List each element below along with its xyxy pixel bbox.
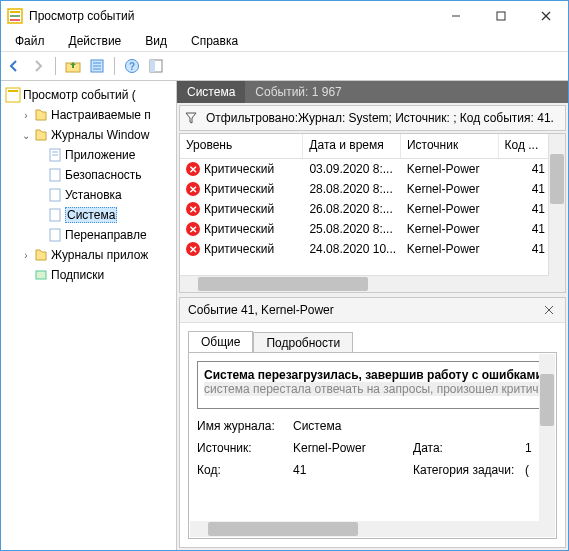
label-task: Категория задачи: [413, 463, 525, 477]
tree-forwarded[interactable]: Перенаправле [5, 225, 176, 245]
tab-details[interactable]: Подробности [253, 332, 353, 353]
menu-file[interactable]: Файл [5, 32, 55, 50]
error-icon: ✕ [186, 182, 200, 196]
forward-icon[interactable] [29, 57, 47, 75]
tree-windows-logs[interactable]: ⌄Журналы Window [5, 125, 176, 145]
event-count: Событий: 1 967 [245, 85, 351, 99]
svg-rect-2 [10, 15, 20, 17]
tree-app-logs[interactable]: ›Журналы прилож [5, 245, 176, 265]
app-icon [7, 8, 23, 24]
svg-rect-26 [36, 271, 46, 279]
maximize-button[interactable] [478, 1, 523, 31]
filter-bar: Отфильтровано:Журнал: System; Источник: … [179, 105, 566, 131]
label-source: Источник: [197, 441, 293, 455]
col-level[interactable]: Уровень [180, 134, 303, 158]
tree-system[interactable]: Система [5, 205, 176, 225]
tree-root[interactable]: Просмотр событий ( [5, 85, 176, 105]
panel-icon[interactable] [147, 57, 165, 75]
window-title: Просмотр событий [29, 9, 433, 23]
table-row[interactable]: ✕Критический03.09.2020 8:...Kernel-Power… [180, 159, 565, 179]
svg-rect-1 [10, 11, 20, 13]
close-button[interactable] [523, 1, 568, 31]
grid-scrollbar-h[interactable] [180, 275, 565, 292]
table-row[interactable]: ✕Критический28.08.2020 8:...Kernel-Power… [180, 179, 565, 199]
value-code: 41 [293, 463, 413, 477]
filter-icon[interactable] [184, 111, 198, 125]
filter-text: Отфильтровано:Журнал: System; Источник: … [206, 111, 554, 125]
detail-scrollbar-v[interactable] [539, 354, 555, 521]
svg-rect-5 [497, 12, 505, 20]
list-header: Система Событий: 1 967 [177, 81, 568, 103]
label-log: Имя журнала: [197, 419, 293, 433]
table-row[interactable]: ✕Критический26.08.2020 8:...Kernel-Power… [180, 199, 565, 219]
label-code: Код: [197, 463, 293, 477]
tree-security[interactable]: Безопасность [5, 165, 176, 185]
menu-action[interactable]: Действие [59, 32, 132, 50]
event-grid[interactable]: Уровень Дата и время Источник Код ... Ка… [179, 133, 566, 293]
svg-rect-18 [8, 90, 18, 92]
menu-help[interactable]: Справка [181, 32, 248, 50]
minimize-button[interactable] [433, 1, 478, 31]
tree-subscriptions[interactable]: Подписки [5, 265, 176, 285]
detail-scrollbar-h[interactable] [190, 521, 555, 537]
tree-setup[interactable]: Установка [5, 185, 176, 205]
svg-rect-16 [150, 60, 155, 72]
svg-rect-24 [50, 209, 60, 221]
detail-title: Событие 41, Kernel-Power [188, 303, 334, 317]
toolbar: ? [1, 51, 568, 81]
svg-rect-25 [50, 229, 60, 241]
col-date[interactable]: Дата и время [303, 134, 401, 158]
properties-icon[interactable] [88, 57, 106, 75]
tree-custom-views[interactable]: ›Настраиваемые п [5, 105, 176, 125]
col-source[interactable]: Источник [401, 134, 499, 158]
detail-pane: Событие 41, Kernel-Power Общие Подробнос… [179, 297, 566, 548]
svg-text:?: ? [129, 61, 135, 72]
event-viewer-window: Просмотр событий Файл Действие Вид Справ… [0, 0, 569, 551]
value-log: Система [293, 419, 413, 433]
svg-rect-23 [50, 189, 60, 201]
menu-view[interactable]: Вид [135, 32, 177, 50]
help-icon[interactable]: ? [123, 57, 141, 75]
tree-application[interactable]: Приложение [5, 145, 176, 165]
detail-close-icon[interactable] [541, 302, 557, 318]
grid-header[interactable]: Уровень Дата и время Источник Код ... Ка… [180, 134, 565, 159]
menubar: Файл Действие Вид Справка [1, 31, 568, 51]
label-date: Дата: [413, 441, 525, 455]
error-icon: ✕ [186, 162, 200, 176]
nav-tree[interactable]: Просмотр событий ( ›Настраиваемые п ⌄Жур… [1, 81, 177, 550]
table-row[interactable]: ✕Критический24.08.2020 10...Kernel-Power… [180, 239, 565, 259]
titlebar: Просмотр событий [1, 1, 568, 31]
error-icon: ✕ [186, 202, 200, 216]
list-title: Система [177, 81, 245, 103]
error-icon: ✕ [186, 222, 200, 236]
col-code[interactable]: Код ... [499, 134, 552, 158]
back-icon[interactable] [5, 57, 23, 75]
svg-rect-22 [50, 169, 60, 181]
value-source: Kernel-Power [293, 441, 413, 455]
table-row[interactable]: ✕Критический25.08.2020 8:...Kernel-Power… [180, 219, 565, 239]
error-icon: ✕ [186, 242, 200, 256]
tab-general[interactable]: Общие [188, 331, 253, 352]
event-description: Система перезагрузилась, завершив работу… [197, 361, 548, 409]
grid-scrollbar-v[interactable] [548, 134, 565, 276]
svg-rect-3 [10, 19, 20, 21]
up-folder-icon[interactable] [64, 57, 82, 75]
